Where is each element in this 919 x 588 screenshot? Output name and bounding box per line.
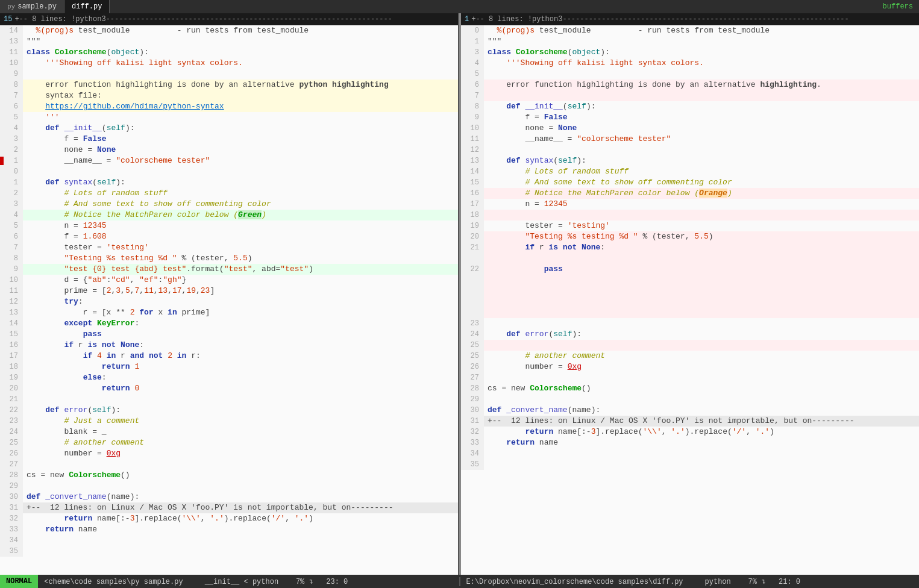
line-number: 18 [0, 361, 23, 372]
line-content: __name__ = "colorscheme tester" [484, 134, 919, 145]
line-number: 14 [0, 318, 23, 329]
code-line: 6 error function highlighting is done by… [461, 80, 919, 90]
code-line: 8 def __init__(self): [461, 101, 919, 112]
tab-diff-py[interactable]: diff.py [64, 0, 110, 13]
right-pane: 1 +-- 8 lines: !python3-----------------… [461, 13, 919, 575]
line-content: """ [484, 36, 919, 47]
line-number: 3 [0, 134, 23, 145]
line-content: # Notice the MatchParen color below (Ora… [484, 188, 919, 199]
code-line: 20 return 0 [0, 383, 458, 394]
editor-container: py sample.py diff.py buffers 15 +-- 8 li… [0, 0, 919, 588]
code-line: 33 return name [461, 437, 919, 448]
line-content: none = None [484, 123, 919, 134]
line-number: 7 [0, 242, 23, 253]
line-number: 31 [461, 416, 484, 427]
code-line: 7 tester = 'testing' [0, 242, 458, 253]
line-content [23, 459, 458, 470]
line-content: tester = 'testing' [23, 242, 458, 253]
line-content [484, 253, 919, 264]
code-line: 5 [461, 69, 919, 80]
code-line: 13 def syntax(self): [461, 155, 919, 166]
line-number: 19 [461, 220, 484, 231]
line-number: 28 [461, 383, 484, 394]
code-line: 0 [0, 166, 458, 177]
status-bar: NORMAL <cheme\code samples\py sample.py … [0, 575, 919, 588]
code-line: 35 [0, 546, 458, 557]
line-content: pass [23, 329, 458, 340]
code-line: 17 n = 12345 [461, 199, 919, 210]
right-code-area[interactable]: 0 %(prog)s test_module - run tests from … [461, 25, 919, 575]
line-content: n = 12345 [484, 199, 919, 210]
line-number [461, 275, 484, 286]
code-line: 27 [0, 459, 458, 470]
line-content [484, 90, 919, 101]
line-number: 26 [461, 361, 484, 372]
code-line: 33 return name [0, 524, 458, 535]
code-line: 18 [461, 210, 919, 220]
line-content: ''' [23, 112, 458, 123]
code-line: 34 [461, 448, 919, 459]
code-line: 29 [0, 481, 458, 492]
line-number: 32 [461, 427, 484, 437]
line-content: return name[:-3].replace('\\', '.').repl… [484, 427, 919, 437]
code-line: 23 [461, 318, 919, 329]
line-content: '''Showing off kalisi light syntax color… [23, 58, 458, 69]
code-line: 12 try: [0, 296, 458, 307]
code-line: 23 # Just a comment [0, 416, 458, 427]
left-code-area[interactable]: 14 %(prog)s test_module - run tests from… [0, 25, 458, 575]
line-content: # Just a comment [23, 416, 458, 427]
line-number: 6 [0, 231, 23, 242]
tab-sample-py[interactable]: py sample.py [0, 0, 64, 13]
line-number: 4 [0, 210, 23, 220]
line-content: f = False [484, 112, 919, 123]
code-line: 6 f = 1.608 [0, 231, 458, 242]
code-line: 29 [461, 394, 919, 405]
line-number [461, 286, 484, 296]
left-pane-header: 15 +-- 8 lines: !python3----------------… [0, 13, 458, 25]
line-number: 3 [0, 199, 23, 210]
line-content: +-- 12 lines: on Linux / Mac OS X 'foo.P… [484, 416, 919, 427]
code-line: 16 if r is not None: [0, 340, 458, 351]
code-line: 26 number = 0xg [0, 448, 458, 459]
line-content: blank = _ [23, 427, 458, 437]
code-line [461, 307, 919, 318]
line-number: 12 [0, 296, 23, 307]
line-content: # Notice the MatchParen color below (Gre… [23, 210, 458, 220]
line-content [484, 394, 919, 405]
line-number: 24 [461, 329, 484, 340]
code-line: 10 '''Showing off kalisi light syntax co… [0, 58, 458, 69]
code-line: 16 # Notice the MatchParen color below (… [461, 188, 919, 199]
line-number: 20 [0, 383, 23, 394]
code-line: 19 else: [0, 372, 458, 383]
line-content: "Testing %s testing %d " % (tester, 5.5) [23, 253, 458, 264]
line-number: 0 [0, 166, 23, 177]
line-content: https://github.com/hdima/python-syntax [23, 101, 458, 112]
fold-marker-left: 15 [4, 15, 12, 23]
line-number: 23 [461, 318, 484, 329]
line-number: 22 [0, 405, 23, 416]
line-number: 1 [461, 36, 484, 47]
line-number: 5 [0, 220, 23, 231]
line-content: cs = new Colorscheme() [23, 470, 458, 481]
code-line: 2 # Lots of random stuff [0, 188, 458, 199]
line-content: def __init__(self): [484, 101, 919, 112]
line-number: 21 [0, 394, 23, 405]
line-number: 10 [0, 58, 23, 69]
line-content: number = 0xg [23, 448, 458, 459]
line-content: # Lots of random stuff [23, 188, 458, 199]
code-line: 15 # And some text to show off commentin… [461, 177, 919, 188]
code-line: 1 def syntax(self): [0, 177, 458, 188]
line-content: def _convert_name(name): [484, 405, 919, 416]
line-content: return name [23, 524, 458, 535]
line-number: 13 [0, 36, 23, 47]
line-content: return 1 [23, 361, 458, 372]
code-line: 4 def __init__(self): [0, 123, 458, 134]
line-number: 30 [461, 405, 484, 416]
code-line: 14 %(prog)s test_module - run tests from… [0, 25, 458, 36]
line-content: # another comment [484, 351, 919, 361]
code-line [461, 286, 919, 296]
fold-marker-right: 1 [465, 15, 469, 23]
line-content [484, 307, 919, 318]
code-line: 18 return 1 [0, 361, 458, 372]
code-line-fold: 31 +-- 12 lines: on Linux / Mac OS X 'fo… [0, 502, 458, 513]
